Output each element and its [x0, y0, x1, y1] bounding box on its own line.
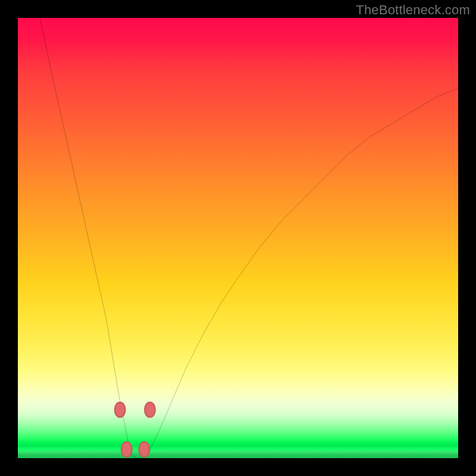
valley-markers — [115, 402, 155, 457]
valley-marker — [121, 442, 132, 457]
plot-area — [18, 18, 458, 458]
chart-frame: TheBottleneck.com — [0, 0, 476, 476]
bottleneck-curve — [40, 18, 458, 458]
valley-marker — [115, 402, 126, 417]
curve-layer — [18, 18, 458, 458]
valley-marker — [139, 442, 150, 457]
watermark-text: TheBottleneck.com — [356, 2, 470, 18]
valley-marker — [145, 402, 155, 417]
